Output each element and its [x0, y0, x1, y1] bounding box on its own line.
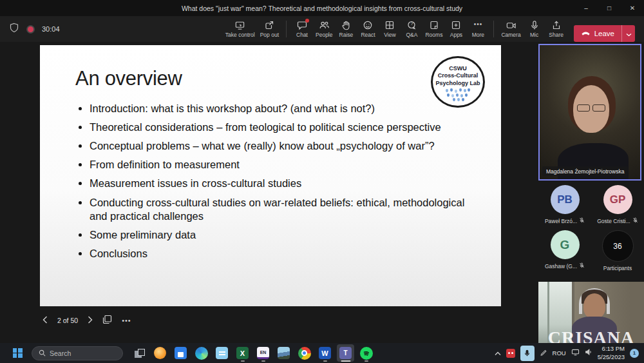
- avatar: GP: [603, 185, 632, 214]
- slide-bullet: Conclusions: [90, 247, 469, 260]
- qa-question-glyph: ?: [410, 21, 413, 26]
- more-label: More: [472, 32, 484, 38]
- edge-button[interactable]: [193, 344, 210, 362]
- react-button[interactable]: React: [357, 16, 379, 42]
- chrome-button[interactable]: [296, 344, 313, 362]
- people-button[interactable]: People: [313, 16, 335, 42]
- leave-button-group: Leave: [574, 25, 635, 42]
- minimize-button[interactable]: –: [574, 0, 598, 16]
- more-button[interactable]: ••• More: [467, 16, 489, 42]
- qa-button[interactable]: ? Q&A: [401, 16, 422, 42]
- word-button[interactable]: W: [316, 344, 334, 362]
- participants-count-tile[interactable]: 36 Participants: [591, 230, 644, 271]
- language-button[interactable]: ROU: [553, 349, 566, 357]
- chat-button[interactable]: Chat: [291, 16, 313, 42]
- mic-icon: [529, 20, 540, 30]
- leave-button[interactable]: Leave: [574, 25, 621, 42]
- hang-up-icon: [581, 30, 591, 37]
- network-button[interactable]: [571, 348, 580, 358]
- task-view-icon: [135, 349, 145, 358]
- close-button[interactable]: ✕: [621, 0, 644, 16]
- mic-muted-icon: [579, 262, 585, 270]
- raise-hand-button[interactable]: Raise: [335, 16, 357, 42]
- pop-out-icon: [264, 20, 274, 30]
- notes-app-button[interactable]: [213, 344, 231, 362]
- participant-tile[interactable]: GP Goste Cristi...: [591, 185, 644, 224]
- slide-bullet-list: Introduction: what is this workshop abou…: [75, 102, 469, 266]
- logo-text: Psychology Lab: [435, 80, 480, 87]
- window-titlebar: What does "just war" mean? Theoretical a…: [0, 0, 644, 16]
- participant-tiles: PB Paweł Brzó... GP Goste Cristi... G Ga…: [538, 185, 644, 271]
- slide-bullet: Introduction: what is this workshop abou…: [90, 102, 469, 115]
- participant-tile[interactable]: G Gashaw (G...: [538, 230, 591, 271]
- display-network-icon: [571, 348, 580, 358]
- mic-button[interactable]: Mic: [524, 16, 545, 42]
- start-button[interactable]: [9, 345, 26, 362]
- endnote-icon: EN: [257, 347, 269, 359]
- rooms-icon: [429, 20, 439, 30]
- logo-text: Cross-Cultural: [438, 72, 478, 79]
- weather-widget-icon: [154, 347, 166, 359]
- slide-more-button[interactable]: •••: [122, 317, 131, 324]
- meeting-timer: 30:04: [42, 25, 60, 33]
- take-control-button[interactable]: Take control: [223, 16, 258, 42]
- avatar: PB: [551, 185, 580, 214]
- clock[interactable]: 6:13 PM 5/25/2023: [598, 345, 625, 361]
- view-button[interactable]: View: [379, 16, 401, 42]
- more-icon: •••: [474, 20, 483, 30]
- store-button[interactable]: [172, 344, 189, 362]
- react-icon: [363, 20, 373, 30]
- slide-bullet: Measurement issues in cross-cultural stu…: [90, 177, 469, 190]
- maximize-button[interactable]: □: [598, 0, 621, 16]
- camera-button[interactable]: Camera: [498, 16, 523, 42]
- running-indicator: [241, 360, 245, 362]
- teams-button[interactable]: T: [337, 344, 354, 362]
- camera-label: Camera: [501, 32, 520, 38]
- rooms-button[interactable]: Rooms: [422, 16, 445, 42]
- hidden-icons-button[interactable]: [495, 348, 501, 358]
- slide-navigation: 2 of 50 •••: [43, 313, 131, 328]
- task-view-button[interactable]: [131, 344, 148, 362]
- previous-slide-button[interactable]: [43, 316, 48, 326]
- system-tray: ROU 6:13 PM 5/25/2023 1: [495, 345, 639, 361]
- chevron-right-icon: [88, 316, 93, 326]
- slide-title: An overview: [75, 67, 182, 90]
- chevron-down-icon: [626, 29, 632, 39]
- toolbar-divider: [286, 21, 287, 37]
- participant-tile[interactable]: PB Paweł Brzó...: [538, 185, 591, 224]
- mic-in-use-button[interactable]: [520, 346, 535, 361]
- share-button[interactable]: Share: [545, 16, 567, 42]
- leave-options-button[interactable]: [622, 25, 635, 42]
- chrome-icon: [298, 347, 311, 360]
- spotify-button[interactable]: [357, 344, 375, 362]
- participant-name: Goste Cristi...: [597, 218, 630, 224]
- search-input[interactable]: Search: [32, 346, 123, 360]
- pen-settings-button[interactable]: [540, 348, 547, 358]
- chat-notification-badge: [305, 19, 309, 23]
- cswu-lab-logo: CSWU Cross-Cultural Psychology Lab: [431, 56, 485, 108]
- pop-out-button[interactable]: Pop out: [258, 16, 281, 42]
- next-slide-button[interactable]: [88, 316, 93, 326]
- notification-count-badge: 1: [630, 349, 639, 358]
- mic-label: Mic: [530, 32, 538, 38]
- apps-button[interactable]: Apps: [445, 16, 467, 42]
- widgets-button[interactable]: [151, 344, 169, 362]
- teams-tray-button[interactable]: [506, 349, 515, 358]
- slide-bullet: Conceptual problems – what we (really) k…: [90, 139, 469, 153]
- video-watermark: CRISANA: [538, 329, 644, 343]
- photos-button[interactable]: [275, 344, 292, 362]
- window-title: What does "just war" mean? Theoretical a…: [182, 5, 462, 12]
- speaker-video[interactable]: Magdalena Żemojtel-Piotrowska: [538, 44, 641, 181]
- endnote-button[interactable]: EN: [254, 344, 272, 362]
- secondary-video[interactable]: CRISANA: [538, 282, 644, 343]
- speaker-video-content: [577, 104, 605, 112]
- keyboard-language-label: ROU: [553, 349, 566, 357]
- shared-slide: An overview Introduction: what is this w…: [40, 45, 501, 306]
- toolbar-divider: [493, 21, 494, 37]
- excel-button[interactable]: X: [234, 344, 251, 362]
- spotify-icon: [360, 347, 373, 360]
- slide-grid-button[interactable]: [102, 315, 112, 326]
- notification-button[interactable]: 1: [630, 349, 639, 358]
- volume-button[interactable]: [585, 348, 592, 358]
- take-control-label: Take control: [225, 32, 255, 38]
